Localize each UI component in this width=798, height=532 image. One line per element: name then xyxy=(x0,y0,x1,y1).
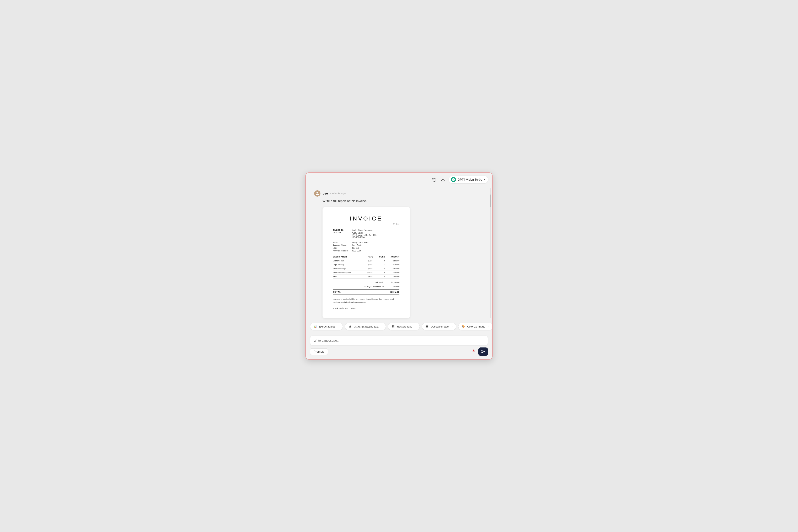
table-cell: $50/hr xyxy=(363,275,373,279)
chip-icon: 📊 xyxy=(313,324,317,328)
scrollbar-thumb[interactable] xyxy=(490,194,491,207)
invoice-image: INVOICE #1024 BILLED TO: Really Great Co… xyxy=(323,207,410,318)
model-selector[interactable]: GPT4 Vision Turbo ▾ xyxy=(449,176,488,183)
table-cell: $250.00 xyxy=(385,267,399,271)
table-cell: $100.00 xyxy=(385,263,399,267)
chip-icon: 🔳 xyxy=(425,324,429,328)
table-cell: SEO xyxy=(333,275,363,279)
table-cell: Website Development xyxy=(333,271,363,275)
chip-icon: 🖼 xyxy=(391,324,395,328)
account-number-label: Account Number xyxy=(333,250,352,252)
chip-label: Restore face xyxy=(397,325,412,328)
invoice-billed-section: BILLED TO: Really Great Company PAY TO: … xyxy=(333,229,399,239)
col-description: DESCRIPTION xyxy=(333,255,363,259)
table-cell: Website Design xyxy=(333,267,363,271)
bsb-label: BSB xyxy=(333,247,352,249)
chip-label: OCR: Extracting text xyxy=(354,325,378,328)
input-area: Prompts xyxy=(306,333,492,359)
suggestion-chip[interactable]: 🖼 Restore face → xyxy=(388,323,420,330)
table-cell: 2 xyxy=(373,263,385,267)
invoice-number: #1024 xyxy=(333,223,399,225)
account-number-value: 0000 0000 xyxy=(352,250,361,252)
table-cell: 4 xyxy=(373,259,385,263)
app-window: GPT4 Vision Turbo ▾ Lee a minute ago Wri… xyxy=(305,172,493,360)
table-cell: $50/hr xyxy=(363,259,373,263)
table-cell: $100/hr xyxy=(363,271,373,275)
discount-row: Package Discount (30%) $375.00 xyxy=(333,285,399,288)
mic-button[interactable] xyxy=(472,349,476,354)
pay-to-name: Avery Davis 123 Anywhere St., Any City 1… xyxy=(352,232,377,239)
subtotal-value: $1,250.00 xyxy=(391,281,399,283)
message-input-container xyxy=(310,336,488,345)
table-cell: $200.00 xyxy=(385,259,399,263)
table-row: Website Design$50/hr5$250.00 xyxy=(333,267,399,271)
chip-arrow-icon: → xyxy=(414,325,417,328)
prompts-button[interactable]: Prompts xyxy=(310,348,328,355)
chip-label: Extract tables xyxy=(319,325,336,328)
table-cell: 5 xyxy=(373,267,385,271)
model-icon xyxy=(451,177,456,182)
table-row: Content Plan$50/hr4$200.00 xyxy=(333,259,399,263)
discount-value: $375.00 xyxy=(393,286,399,288)
table-cell: $50/hr xyxy=(363,263,373,267)
billed-to-value: Really Great Company xyxy=(352,229,373,231)
suggestion-chip[interactable]: 🎨 Colorize image → xyxy=(458,323,492,330)
chip-icon: 🖨 xyxy=(348,324,352,328)
suggestion-chip[interactable]: 📊 Extract tables → xyxy=(310,323,343,330)
send-button[interactable] xyxy=(478,347,488,356)
table-row: Website Development$100/hr5$500.00 xyxy=(333,271,399,275)
invoice-title: INVOICE xyxy=(333,215,399,222)
total-label: TOTAL xyxy=(333,291,341,293)
account-name-label: Account Name xyxy=(333,244,352,246)
message-block: Lee a minute ago Write a full report of … xyxy=(314,190,484,318)
top-bar: GPT4 Vision Turbo ▾ xyxy=(306,173,492,186)
refresh-icon[interactable] xyxy=(432,177,437,183)
table-cell: $200.00 xyxy=(385,275,399,279)
table-row: Copy Writing$50/hr2$100.00 xyxy=(333,263,399,267)
chat-area: Lee a minute ago Write a full report of … xyxy=(306,186,492,320)
bsb-value: 000-000 xyxy=(352,247,359,249)
bank-value: Really Great Bank xyxy=(352,242,368,244)
discount-label: Package Discount (30%) xyxy=(364,286,384,288)
message-header: Lee a minute ago xyxy=(314,190,484,196)
table-row: SEO$50/hr4$200.00 xyxy=(333,275,399,279)
invoice-footer: Payment is required within 14 business d… xyxy=(333,298,399,310)
chip-arrow-icon: → xyxy=(380,325,383,328)
table-cell: $50/hr xyxy=(363,267,373,271)
chip-arrow-icon: → xyxy=(487,325,490,328)
invoice-table: DESCRIPTION RATE HOURS AMOUNT Content Pl… xyxy=(333,255,399,279)
account-name-value: John Smith xyxy=(352,244,362,246)
chevron-down-icon: ▾ xyxy=(484,178,485,181)
message-text: Write a full report of this invoice. xyxy=(323,199,484,204)
table-cell: 5 xyxy=(373,271,385,275)
user-name: Lee xyxy=(323,192,328,195)
suggestion-chip[interactable]: 🖨 OCR: Extracting text → xyxy=(345,323,386,330)
col-hours: HOURS xyxy=(373,255,385,259)
chip-arrow-icon: → xyxy=(337,325,340,328)
table-cell: Copy Writing xyxy=(333,263,363,267)
download-icon[interactable] xyxy=(440,177,446,183)
bank-label: Bank xyxy=(333,242,352,244)
chip-icon: 🎨 xyxy=(461,324,466,328)
table-cell: $500.00 xyxy=(385,271,399,275)
scrollbar-track[interactable] xyxy=(490,188,491,318)
chip-label: Colorize image xyxy=(467,325,485,328)
input-actions xyxy=(472,347,488,356)
chip-label: Upscale image xyxy=(431,325,449,328)
pay-to-label: PAY TO: xyxy=(333,232,352,234)
message-input[interactable] xyxy=(314,339,484,342)
billed-to-label: BILLED TO: xyxy=(333,229,352,231)
message-time: a minute ago xyxy=(330,192,346,195)
suggestions-bar: 📊 Extract tables → 🖨 OCR: Extracting tex… xyxy=(306,320,492,333)
invoice-bank-section: Bank Really Great Bank Account Name John… xyxy=(333,242,399,252)
col-amount: AMOUNT xyxy=(385,255,399,259)
table-cell: Content Plan xyxy=(333,259,363,263)
subtotal-row: Sub Total $1,250.00 xyxy=(333,281,399,284)
model-name-label: GPT4 Vision Turbo xyxy=(458,178,482,181)
table-cell: 4 xyxy=(373,275,385,279)
subtotal-label: Sub Total xyxy=(375,281,383,283)
suggestion-chip[interactable]: 🔳 Upscale image → xyxy=(422,323,456,330)
total-value: $875.00 xyxy=(391,291,399,293)
avatar xyxy=(314,190,320,196)
chip-arrow-icon: → xyxy=(450,325,453,328)
